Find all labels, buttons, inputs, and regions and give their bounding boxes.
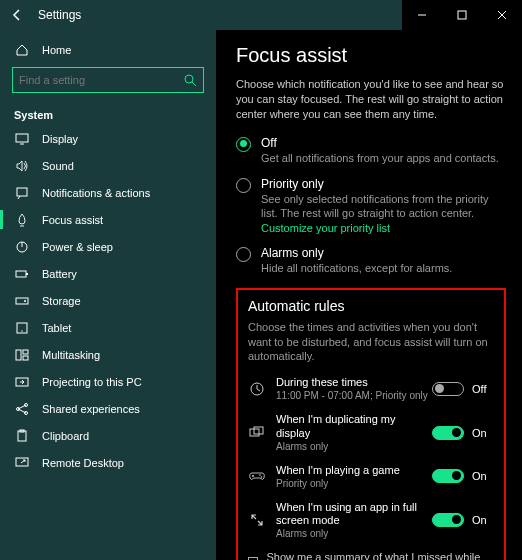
svg-point-24 [259, 475, 261, 477]
svg-rect-7 [16, 298, 28, 304]
svg-rect-6 [26, 273, 28, 275]
sidebar-item-battery[interactable]: Battery [0, 260, 216, 287]
sidebar-item-storage[interactable]: Storage [0, 287, 216, 314]
sidebar-item-label: Sound [42, 160, 74, 172]
toggle-switch[interactable] [432, 426, 464, 440]
rules-description: Choose the times and activities when you… [248, 320, 494, 365]
projecting-icon [14, 376, 30, 388]
minimize-button[interactable] [402, 0, 442, 30]
sidebar-item-projecting[interactable]: Projecting to this PC [0, 368, 216, 395]
storage-icon [14, 296, 30, 306]
display-icon [14, 133, 30, 145]
rule-title: When I'm duplicating my display [276, 413, 432, 439]
summary-text: Show me a summary of what I missed while… [266, 551, 494, 560]
search-box[interactable] [12, 67, 204, 93]
svg-point-8 [24, 300, 26, 302]
radio-button[interactable] [236, 178, 251, 193]
remote-icon [14, 457, 30, 469]
sidebar-home[interactable]: Home [0, 36, 216, 63]
radio-button[interactable] [236, 247, 251, 262]
sidebar-item-label: Display [42, 133, 78, 145]
page-title: Focus assist [236, 44, 506, 67]
rule-sub: Alarms only [276, 441, 432, 452]
sidebar-item-label: Home [42, 44, 71, 56]
svg-rect-2 [16, 134, 28, 142]
svg-rect-0 [458, 11, 466, 19]
rule-times[interactable]: During these times11:00 PM - 07:00 AM; P… [248, 376, 494, 401]
radio-label: Priority only [261, 177, 506, 191]
toggle-switch[interactable] [432, 382, 464, 396]
sidebar-item-label: Tablet [42, 322, 71, 334]
sidebar-item-remote[interactable]: Remote Desktop [0, 449, 216, 476]
toggle-state: On [472, 427, 494, 439]
rule-title: When I'm using an app in full screen mod… [276, 501, 432, 527]
sidebar-item-tablet[interactable]: Tablet [0, 314, 216, 341]
sidebar-item-label: Clipboard [42, 430, 89, 442]
sidebar-item-multitasking[interactable]: Multitasking [0, 341, 216, 368]
toggle-switch[interactable] [432, 469, 464, 483]
svg-rect-5 [16, 271, 26, 277]
rule-title: When I'm playing a game [276, 464, 432, 477]
sidebar-item-label: Storage [42, 295, 81, 307]
sidebar-item-shared[interactable]: Shared experiences [0, 395, 216, 422]
sidebar-item-focus-assist[interactable]: Focus assist [0, 206, 216, 233]
radio-priority[interactable]: Priority onlySee only selected notificat… [236, 177, 506, 235]
sound-icon [14, 160, 30, 172]
focus-assist-icon [14, 213, 30, 227]
rule-title: During these times [276, 376, 432, 389]
svg-rect-12 [23, 350, 28, 354]
battery-icon [14, 269, 30, 279]
radio-label: Alarms only [261, 246, 452, 260]
toggle-state: Off [472, 383, 494, 395]
radio-sub: Get all notifications from your apps and… [261, 151, 499, 165]
sidebar-item-sound[interactable]: Sound [0, 152, 216, 179]
radio-sub: See only selected notifications from the… [261, 192, 506, 221]
radio-off[interactable]: OffGet all notifications from your apps … [236, 136, 506, 165]
back-button[interactable] [0, 8, 34, 22]
page-description: Choose which notification you'd like to … [236, 77, 506, 122]
rule-fullscreen[interactable]: When I'm using an app in full screen mod… [248, 501, 494, 539]
svg-rect-11 [16, 350, 21, 360]
multitasking-icon [14, 349, 30, 361]
svg-point-25 [261, 477, 263, 479]
sidebar-item-label: Power & sleep [42, 241, 113, 253]
radio-sub: Hide all notifications, except for alarm… [261, 261, 452, 275]
sidebar: Home System Display Sound Notifications … [0, 30, 216, 560]
close-button[interactable] [482, 0, 522, 30]
sidebar-section-label: System [0, 101, 216, 125]
radio-button[interactable] [236, 137, 251, 152]
automatic-rules-section: Automatic rules Choose the times and act… [236, 288, 506, 560]
svg-point-1 [185, 75, 193, 83]
sidebar-item-display[interactable]: Display [0, 125, 216, 152]
shared-icon [14, 402, 30, 416]
toggle-state: On [472, 470, 494, 482]
radio-alarms[interactable]: Alarms onlyHide all notifications, excep… [236, 246, 506, 275]
customize-link[interactable]: Customize your priority list [261, 222, 390, 234]
game-icon [248, 470, 266, 482]
sidebar-item-label: Battery [42, 268, 77, 280]
sidebar-item-power[interactable]: Power & sleep [0, 233, 216, 260]
search-input[interactable] [19, 74, 184, 86]
svg-rect-13 [23, 356, 28, 360]
maximize-button[interactable] [442, 0, 482, 30]
rule-game[interactable]: When I'm playing a gamePriority only On [248, 464, 494, 489]
sidebar-item-label: Projecting to this PC [42, 376, 142, 388]
sidebar-item-clipboard[interactable]: Clipboard [0, 422, 216, 449]
sidebar-item-label: Shared experiences [42, 403, 140, 415]
content-pane: Focus assist Choose which notification y… [216, 30, 522, 560]
sidebar-item-label: Notifications & actions [42, 187, 150, 199]
fullscreen-icon [248, 512, 266, 528]
rules-heading: Automatic rules [248, 298, 494, 314]
toggle-switch[interactable] [432, 513, 464, 527]
summary-checkbox-row[interactable]: Show me a summary of what I missed while… [248, 551, 494, 560]
toggle-state: On [472, 514, 494, 526]
power-icon [14, 240, 30, 254]
sidebar-item-notifications[interactable]: Notifications & actions [0, 179, 216, 206]
notifications-icon [14, 187, 30, 199]
home-icon [14, 43, 30, 57]
duplicate-display-icon [248, 426, 266, 440]
radio-label: Off [261, 136, 499, 150]
sidebar-item-label: Focus assist [42, 214, 103, 226]
search-icon [184, 74, 197, 87]
rule-duplicating[interactable]: When I'm duplicating my displayAlarms on… [248, 413, 494, 451]
